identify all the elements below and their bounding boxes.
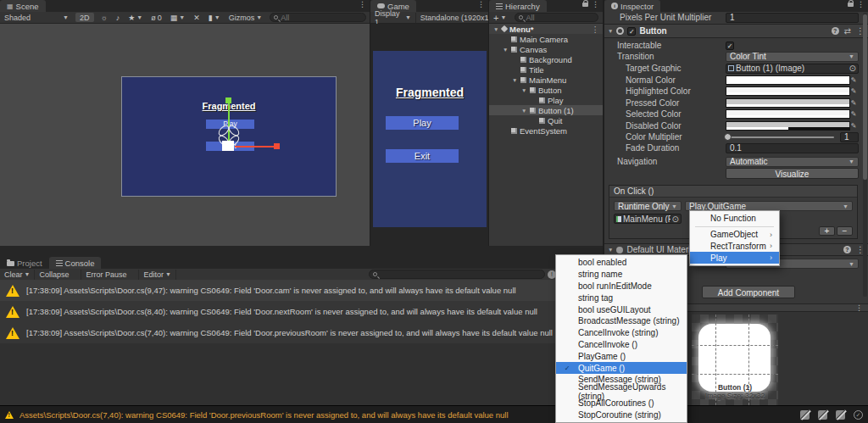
event-target-field[interactable]: MainMenu (Play) ⊙ [614, 214, 682, 224]
hidden-objects-icon[interactable]: ø0 [147, 13, 166, 23]
function-menu-item[interactable]: ✓ bool enabled [556, 257, 687, 269]
eyedropper-icon[interactable]: ✎ [849, 99, 858, 107]
function-menu-item[interactable]: ✓ StopAllCoroutines () [556, 398, 687, 409]
foldout-arrow-icon[interactable]: ▼ [608, 247, 613, 253]
console-toolbar-button[interactable]: Editor ▼ [139, 270, 175, 280]
hierarchy-row[interactable]: ▼ Title [489, 64, 603, 75]
foldout-arrow-icon[interactable]: ▼ [521, 87, 527, 93]
hierarchy-row[interactable]: ▼ EventSystem [489, 125, 603, 136]
function-menu-item[interactable]: ✓ SendMessageUpwards (string) [556, 386, 687, 398]
hierarchy-row[interactable]: ▼ Button [489, 85, 603, 95]
hierarchy-row[interactable]: ▼ Canvas [489, 44, 603, 54]
visualize-button[interactable]: Visualize [726, 168, 859, 179]
eyedropper-icon[interactable]: ✎ [849, 87, 858, 95]
hierarchy-row[interactable]: ▼ Main Camera [489, 34, 603, 44]
tab-scene[interactable]: ▦ Scene [0, 0, 46, 12]
color-swatch[interactable] [726, 98, 850, 108]
function-menu-item[interactable]: ✓ string name [556, 269, 687, 281]
component-enabled-checkbox[interactable]: ✓ [627, 27, 636, 36]
slider-thumb[interactable] [724, 133, 732, 141]
shading-mode-dropdown[interactable]: Shaded ▼ [0, 13, 73, 23]
context-menu-item[interactable]: ✓ No Function › [690, 213, 779, 225]
button-component-header[interactable]: ▼ ✓ Button ? ⇄ ⋮ [604, 24, 868, 38]
inspector-scrollbar[interactable] [863, 13, 867, 297]
color-swatch[interactable] [726, 109, 850, 119]
hierarchy-search[interactable] [515, 13, 598, 22]
foldout-arrow-icon[interactable]: ▼ [493, 26, 499, 32]
services-disabled-icon[interactable] [836, 410, 845, 420]
function-menu-item[interactable]: ✓ CancelInvoke (string) [556, 327, 687, 339]
console-toolbar-button[interactable]: Collapse ▼ [35, 270, 81, 280]
event-mode-dropdown[interactable]: Runtime Only ▼ [614, 201, 682, 211]
tab-inspector[interactable]: i Inspector [604, 0, 660, 12]
gizmo-pivot-handle[interactable] [222, 141, 234, 151]
scene-search[interactable] [270, 13, 366, 22]
color-multiplier-field[interactable]: 1 [840, 132, 859, 142]
hierarchy-row[interactable]: ▼ Menu* [489, 24, 603, 34]
foldout-arrow-icon[interactable]: ▼ [512, 77, 518, 83]
context-menu-item[interactable]: ✓ Play › [690, 252, 779, 264]
color-swatch[interactable] [726, 75, 850, 85]
status-check-icon[interactable]: ✓ [854, 410, 863, 420]
console-row[interactable]: [17:38:09] Assets\Scripts\Door.cs(7,40):… [0, 322, 603, 343]
hierarchy-row[interactable]: ▼ Button (1) [489, 105, 603, 115]
hierarchy-row[interactable]: ▼ Quit [489, 115, 603, 125]
gizmo-x-handle[interactable] [274, 143, 280, 149]
hierarchy-row[interactable]: ▼ Play [489, 95, 603, 105]
tool-settings-icon[interactable]: ✕ [189, 13, 204, 23]
game-menu-icon[interactable]: ⋮ [474, 0, 488, 12]
camera-dropdown-icon[interactable]: ▮▼ [204, 13, 225, 23]
presets-icon[interactable]: ⇄ [844, 26, 851, 36]
console-row[interactable]: [17:38:09] Assets\Scripts\Door.cs(9,47):… [0, 280, 603, 301]
status-bar[interactable]: Assets\Scripts\Door.cs(7,40): warning CS… [0, 405, 868, 423]
display-dropdown[interactable]: Display 1 ▼ [370, 13, 415, 23]
help-icon[interactable]: ? [843, 246, 851, 253]
lighting-toggle-icon[interactable]: ☼ [97, 13, 112, 23]
gizmo-y-handle[interactable] [225, 97, 231, 103]
lock-icon[interactable] [582, 3, 588, 7]
eyedropper-icon[interactable]: ✎ [849, 76, 858, 84]
add-event-button[interactable]: + [819, 226, 835, 236]
hierarchy-menu-icon[interactable]: ⋮ [588, 0, 603, 12]
gizmos-dropdown[interactable]: Gizmos ▼ [225, 13, 266, 23]
mute-notifications-icon[interactable] [800, 410, 810, 420]
hierarchy-row[interactable]: ▼ MainMenu [489, 75, 603, 85]
function-menu-item[interactable]: ✓ bool useGUILayout [556, 303, 687, 315]
tab-hierarchy[interactable]: Hierarchy [489, 0, 547, 12]
color-swatch[interactable] [726, 86, 850, 96]
create-object-button[interactable]: + ▼ [489, 13, 510, 23]
add-component-button[interactable]: Add Component [702, 286, 795, 298]
help-icon[interactable]: ? [832, 27, 839, 35]
function-menu-item[interactable]: ✓ StopCoroutine (string) [556, 409, 687, 420]
inspector-menu-icon[interactable]: ⋮ [854, 0, 868, 12]
preview-menu-icon[interactable]: ⋮ [852, 303, 866, 312]
function-menu-item[interactable]: ✓ bool runInEditMode [556, 281, 687, 292]
color-swatch[interactable] [726, 121, 850, 131]
hierarchy-search-input[interactable] [526, 14, 594, 22]
function-menu-item[interactable]: ✓ CancelInvoke () [556, 339, 687, 351]
scrollbar-thumb[interactable] [863, 14, 867, 180]
foldout-arrow-icon[interactable]: ▼ [503, 47, 509, 53]
navigation-dropdown[interactable]: Automatic ▼ [726, 157, 859, 167]
effects-dropdown-icon[interactable]: ★▼ [124, 13, 147, 23]
2d-toggle[interactable]: 2D [75, 13, 94, 22]
interactable-checkbox[interactable]: ✓ [726, 42, 734, 50]
foldout-arrow-icon[interactable]: ▼ [521, 108, 527, 114]
console-search[interactable] [369, 270, 545, 279]
function-menu-item[interactable]: ✓ BroadcastMessage (string) [556, 315, 687, 327]
pixels-per-unit-field[interactable]: 1 [726, 13, 859, 23]
scene-menu-icon[interactable]: ⋮ [355, 0, 370, 12]
lock-icon[interactable] [848, 3, 854, 7]
tab-console[interactable]: Console [49, 257, 102, 269]
remove-event-button[interactable]: − [837, 226, 853, 236]
object-picker-icon[interactable]: ⊙ [672, 214, 679, 224]
foldout-arrow-icon[interactable]: ▼ [608, 28, 613, 34]
function-menu-item[interactable]: ✓ QuitGame () [556, 362, 687, 374]
tab-project[interactable]: Project [0, 257, 49, 269]
resolution-dropdown[interactable]: Standalone (1920x1 [415, 13, 488, 23]
scene-viewport[interactable]: Fragmented Play Exit [0, 24, 370, 246]
eyedropper-icon[interactable]: ✎ [849, 110, 858, 118]
hierarchy-row[interactable]: ▼ Background [489, 54, 603, 64]
color-multiplier-slider[interactable] [726, 136, 834, 138]
console-search-input[interactable] [380, 270, 541, 279]
